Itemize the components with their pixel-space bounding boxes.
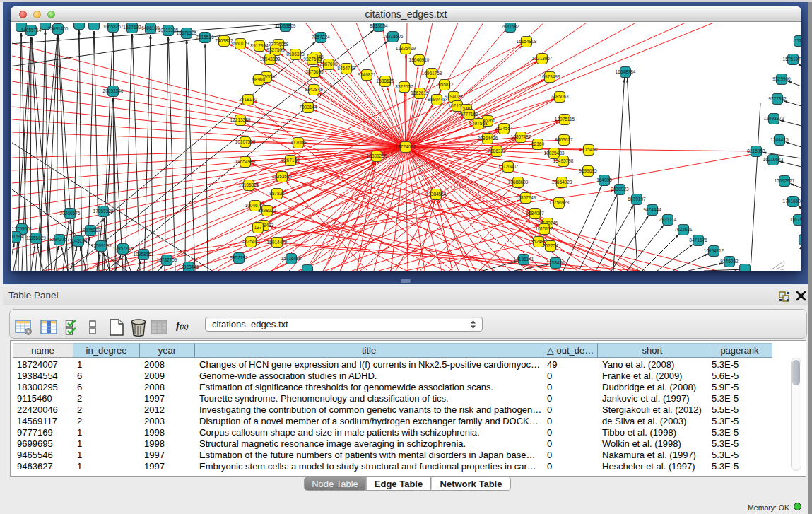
svg-text:252254: 252254 (543, 243, 558, 248)
svg-text:8267130: 8267130 (281, 158, 300, 163)
svg-text:1112: 1112 (794, 38, 801, 43)
svg-text:1362615: 1362615 (411, 90, 429, 95)
svg-text:16154808: 16154808 (517, 39, 537, 44)
svg-text:15807249: 15807249 (516, 195, 536, 200)
svg-text:9242848: 9242848 (305, 87, 323, 92)
svg-text:15692971: 15692971 (775, 178, 795, 183)
svg-text:7803144: 7803144 (299, 105, 317, 110)
svg-text:1588520: 1588520 (376, 78, 394, 83)
svg-text:10653267: 10653267 (103, 24, 124, 29)
svg-text:11353594: 11353594 (272, 174, 293, 179)
svg-text:16210643: 16210643 (763, 157, 784, 162)
svg-text:12505135: 12505135 (91, 243, 112, 248)
svg-text:17859928: 17859928 (93, 209, 114, 214)
svg-text:1615112: 1615112 (536, 226, 553, 231)
svg-text:3215953: 3215953 (747, 148, 765, 153)
svg-text:9463627: 9463627 (555, 137, 573, 142)
svg-text:1167533: 1167533 (790, 217, 801, 222)
svg-text:12975115: 12975115 (555, 117, 575, 122)
svg-text:6497568: 6497568 (469, 121, 488, 126)
svg-text:8186323: 8186323 (286, 52, 305, 57)
svg-text:20053346: 20053346 (103, 88, 124, 93)
svg-text:15716485: 15716485 (281, 256, 302, 261)
svg-text:10973493: 10973493 (540, 74, 560, 79)
svg-text:10807487: 10807487 (511, 134, 531, 139)
svg-text:1527602: 1527602 (123, 25, 141, 30)
svg-text:17957275: 17957275 (113, 246, 134, 251)
svg-text:11156829: 11156829 (26, 235, 46, 240)
svg-text:16914479: 16914479 (267, 240, 288, 245)
svg-text:16782759: 16782759 (157, 257, 177, 262)
svg-text:3875685: 3875685 (305, 69, 324, 74)
svg-text:7485063: 7485063 (551, 94, 569, 99)
svg-text:19384554: 19384554 (426, 192, 447, 197)
svg-text:2367608: 2367608 (319, 62, 338, 66)
svg-text:18300295: 18300295 (367, 153, 387, 158)
svg-text:16033809: 16033809 (276, 23, 296, 28)
svg-text:8938923: 8938923 (611, 187, 629, 192)
svg-text:98960: 98960 (252, 77, 265, 82)
svg-text:14136141: 14136141 (514, 257, 534, 262)
svg-text:10688609: 10688609 (508, 180, 529, 185)
svg-text:7886322: 7886322 (488, 148, 506, 153)
svg-text:14055714: 14055714 (21, 28, 42, 33)
svg-text:1145194: 1145194 (70, 238, 88, 243)
svg-text:9794028: 9794028 (445, 94, 463, 99)
svg-text:7955812: 7955812 (435, 82, 454, 87)
svg-text:8454749: 8454749 (337, 66, 355, 71)
svg-text:12942757: 12942757 (49, 237, 70, 242)
svg-text:2933114: 2933114 (659, 217, 677, 222)
svg-text:2087682: 2087682 (501, 24, 519, 29)
svg-text:6879197: 6879197 (628, 197, 646, 201)
svg-text:9327508: 9327508 (303, 57, 322, 62)
svg-text:20206576: 20206576 (60, 211, 81, 216)
svg-text:19106825: 19106825 (239, 182, 259, 187)
svg-text:417006: 417006 (290, 140, 306, 145)
svg-text:3624554: 3624554 (495, 126, 513, 131)
svg-text:391594: 391594 (12, 234, 23, 239)
svg-text:8960123: 8960123 (231, 41, 249, 46)
svg-text:15495798: 15495798 (553, 158, 574, 163)
svg-text:1244415: 1244415 (770, 137, 789, 142)
svg-text:7625402: 7625402 (242, 239, 260, 244)
svg-text:9245052: 9245052 (720, 259, 739, 264)
svg-text:18724007: 18724007 (396, 144, 416, 149)
svg-text:8498222: 8498222 (258, 208, 276, 213)
svg-text:6466160: 6466160 (141, 25, 160, 30)
svg-text:9684067: 9684067 (526, 211, 544, 216)
svg-text:10975887: 10975887 (81, 228, 101, 233)
svg-text:9329966: 9329966 (772, 76, 791, 81)
svg-text:8471676: 8471676 (689, 238, 707, 243)
svg-text:10107553: 10107553 (235, 139, 256, 144)
svg-text:137: 137 (254, 225, 262, 230)
svg-text:9327503: 9327503 (266, 47, 285, 52)
svg-text:10958107: 10958107 (134, 252, 154, 257)
svg-text:12093872: 12093872 (764, 116, 784, 121)
svg-text:9699695: 9699695 (579, 168, 597, 173)
svg-text:10543382: 10543382 (260, 57, 281, 62)
svg-text:9777169: 9777169 (460, 112, 478, 117)
svg-text:17753001: 17753001 (12, 226, 33, 231)
svg-text:9115460: 9115460 (580, 147, 598, 152)
svg-text:7857224: 7857224 (312, 35, 330, 40)
svg-text:9857791: 9857791 (230, 255, 248, 260)
svg-text:8990448: 8990448 (428, 97, 446, 102)
svg-text:16671385: 16671385 (177, 30, 197, 35)
svg-text:16961758: 16961758 (422, 71, 442, 76)
svg-text:12923446: 12923446 (179, 264, 199, 269)
svg-text:7515526: 7515526 (196, 35, 214, 40)
svg-text:8912954: 8912954 (250, 43, 269, 48)
svg-text:11325419: 11325419 (396, 46, 416, 51)
svg-text:15720407: 15720407 (498, 164, 519, 169)
svg-text:15751074: 15751074 (783, 57, 801, 62)
svg-text:17016504: 17016504 (783, 199, 801, 204)
svg-text:9146821: 9146821 (358, 72, 376, 77)
svg-text:10654112: 10654112 (704, 248, 724, 253)
svg-text:18640910: 18640910 (409, 57, 430, 62)
svg-text:16648784: 16648784 (616, 69, 636, 74)
svg-text:1733426: 1733426 (546, 260, 565, 265)
svg-text:2718170: 2718170 (239, 97, 257, 102)
svg-text:20364436: 20364436 (478, 136, 498, 141)
svg-text:8322037: 8322037 (395, 84, 413, 89)
svg-text:887834: 887834 (269, 191, 285, 196)
